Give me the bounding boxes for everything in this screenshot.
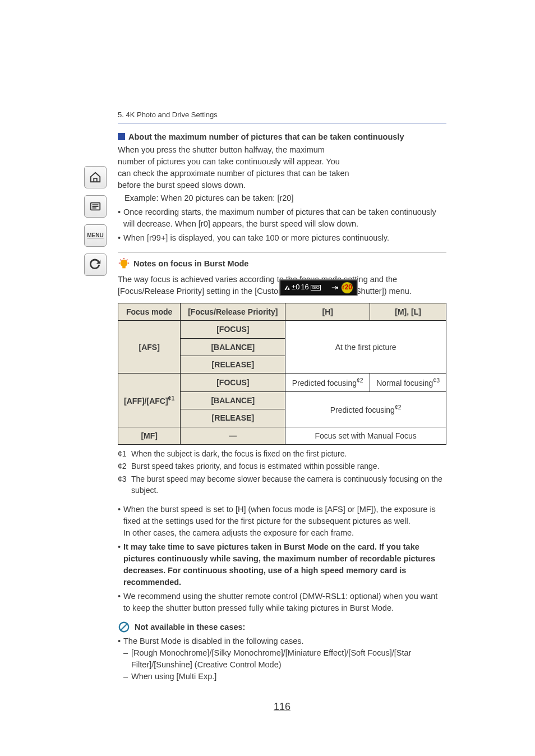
lightbulb-icon [118,258,130,270]
cell-predicted: Predicted focusing¢2 [285,392,446,427]
bullet-item: •It may take time to save pictures taken… [118,541,446,588]
bullet-item: •We recommend using the shutter remote c… [118,591,446,614]
dash-item: –When using [Multi Exp.] [123,671,446,683]
svg-rect-6 [122,266,126,269]
th-priority: [Focus/Release Priority] [181,303,285,321]
dash-item: –[Rough Monochrome]/[Silky Monochrome]/[… [123,647,446,671]
cell-at-first: At the first picture [285,321,446,374]
breadcrumb: 5. 4K Photo and Drive Settings [118,110,446,121]
cell-predicted: Predicted focusing¢2 [285,374,370,392]
bullet-item: •When [r99+] is displayed, you can take … [118,232,446,244]
shots-value: 16 [301,282,308,293]
cell-release: [RELEASE] [181,356,285,373]
na-heading: Not available in these cases: [135,621,245,633]
lcd-display: ±016ISO r20 [279,279,358,296]
prohibited-icon [118,621,130,633]
remaining-badge: r20 [341,282,353,294]
th-ml: [M], [L] [370,303,446,321]
footnote: ¢1When the subject is dark, the focus is… [118,448,446,459]
arrow-icon [331,284,339,292]
divider [118,123,446,123]
ev-value: ±0 [292,282,299,293]
about-heading: About the maximum number of pictures tha… [118,131,446,143]
row-mf: [MF] [118,427,181,444]
th-h: [H] [285,303,370,321]
page-number: 116 [118,699,446,714]
home-icon[interactable] [84,166,107,188]
bullet-item: •When the burst speed is set to [H] (whe… [118,504,446,539]
row-afs: [AFS] [118,321,181,374]
svg-line-8 [121,624,127,630]
divider [118,252,446,252]
row-aff-afc: [AFF]/[AFC]¢1 [118,374,181,427]
cell-mf-set: Focus set with Manual Focus [285,427,446,444]
menu-icon[interactable]: MENU [84,224,107,247]
example-text: Example: When 20 pictures can be taken: … [124,192,446,204]
cell-normal: Normal focusing¢3 [370,374,446,392]
cell-focus: [FOCUS] [181,321,285,338]
bullet-item: •The Burst Mode is disabled in the follo… [118,635,446,647]
notes-heading: Notes on focus in Burst Mode [133,258,248,270]
about-paragraph: When you press the shutter button halfwa… [118,144,353,191]
cell-balance: [BALANCE] [181,338,285,356]
bullet-item: •Once recording starts, the maximum numb… [118,206,446,230]
sidebar: MENU [84,166,109,276]
footnote: ¢2Burst speed takes priority, and focus … [118,460,446,472]
svg-rect-4 [337,287,338,289]
cell-release: [RELEASE] [181,409,285,427]
contents-icon[interactable] [84,195,107,218]
cell-dash: — [181,427,285,444]
focus-table: Focus mode [Focus/Release Priority] [H] … [118,303,446,445]
svg-point-5 [121,260,128,267]
cell-focus: [FOCUS] [181,374,285,392]
footnote: ¢3The burst speed may become slower beca… [118,473,446,496]
back-icon[interactable] [84,253,107,276]
th-focus-mode: Focus mode [118,303,181,321]
cell-balance: [BALANCE] [181,392,285,409]
